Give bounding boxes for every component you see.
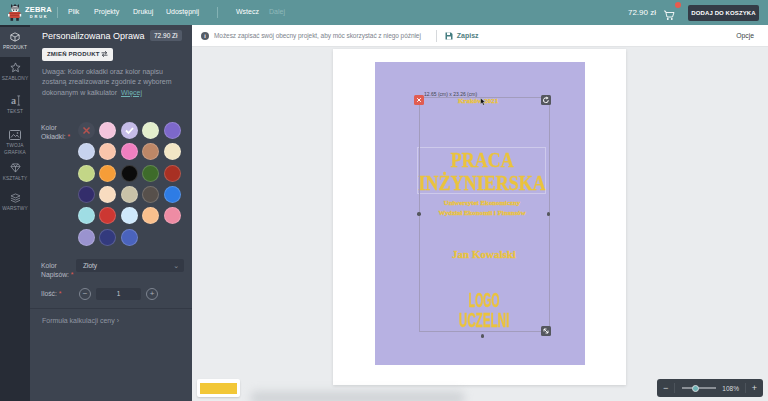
svg-text:a: a xyxy=(10,95,15,106)
